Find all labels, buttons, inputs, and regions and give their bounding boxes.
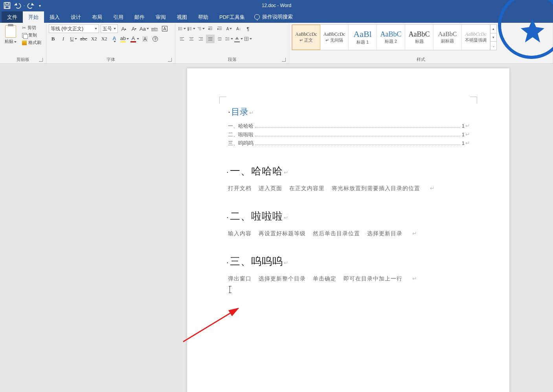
body-paragraph[interactable]: 输入内容再设置好标题等级然后单击目录位置选择更新目录 ↵: [228, 230, 470, 237]
body-paragraph[interactable]: 弹出窗口选择更新整个目录单击确定即可在目录中加上一行 ↵: [228, 275, 470, 282]
page[interactable]: ·目录↵ 一、哈哈哈1↵二、啦啦啦1↵三、呜呜呜1↵ ·一、哈哈哈↵打开文档进入…: [187, 68, 509, 392]
text-cursor-icon: [230, 286, 230, 293]
gallery-scroll-button[interactable]: ▴: [491, 25, 496, 33]
character-border-button[interactable]: A: [160, 24, 169, 33]
tab-help[interactable]: 帮助: [193, 11, 214, 23]
svg-rect-1: [6, 3, 9, 5]
line-spacing-button[interactable]: [225, 35, 233, 43]
bold-button[interactable]: B: [49, 35, 57, 43]
tab-home[interactable]: 开始: [23, 11, 44, 23]
sort-button[interactable]: A↓: [234, 24, 243, 33]
dialog-launcher-icon[interactable]: [39, 58, 43, 62]
font-name-combo[interactable]: 等线 (中文正文): [49, 24, 99, 33]
format-painter-button[interactable]: 格式刷: [20, 39, 43, 46]
toc-entry[interactable]: 三、呜呜呜1↵: [228, 140, 470, 147]
style-item-1[interactable]: AaBbCcDc↵ 无间隔: [320, 25, 349, 50]
body-paragraph[interactable]: 打开文档进入页面在正文内容里将光标放置到需要插入目录的位置 ↵: [228, 185, 470, 192]
dialog-launcher-icon[interactable]: [282, 58, 286, 62]
underline-button[interactable]: U: [69, 35, 78, 43]
align-right-button[interactable]: [197, 35, 205, 43]
change-case-button[interactable]: Aa: [140, 24, 149, 33]
tab-mailings[interactable]: 邮件: [129, 11, 150, 23]
style-item-0[interactable]: AaBbCcDc↵ 正文: [292, 25, 320, 50]
show-marks-button[interactable]: ¶: [244, 24, 252, 33]
align-center-button[interactable]: [187, 35, 196, 43]
font-size-combo[interactable]: 五号: [101, 24, 118, 33]
multilevel-list-button[interactable]: [197, 24, 205, 33]
style-item-5[interactable]: AaBbC副标题: [434, 25, 462, 50]
style-item-2[interactable]: AaBl标题 1: [349, 25, 377, 50]
character-shading-button[interactable]: A: [141, 35, 149, 43]
heading[interactable]: ·二、啦啦啦↵: [226, 209, 470, 223]
subscript-button[interactable]: X2: [90, 35, 98, 43]
margin-corner-icon: [219, 97, 226, 104]
save-icon[interactable]: [3, 2, 11, 9]
cut-button[interactable]: ✂剪切: [20, 24, 43, 31]
style-item-6[interactable]: AaBbCcDc不明显强调: [462, 25, 490, 50]
margin-corner-icon: [470, 97, 477, 104]
undo-icon[interactable]: [13, 2, 21, 9]
font-color-button[interactable]: A: [130, 35, 139, 43]
distribute-button[interactable]: [215, 35, 224, 43]
grow-font-button[interactable]: A▴: [119, 24, 128, 33]
tell-me-search[interactable]: 操作说明搜索: [250, 11, 297, 23]
brush-icon: [22, 40, 27, 45]
bullets-button[interactable]: [178, 24, 186, 33]
align-justify-button[interactable]: [206, 35, 215, 43]
styles-gallery: AaBbCcDc↵ 正文AaBbCcDc↵ 无间隔AaBl标题 1AaBbC标题…: [292, 24, 497, 50]
gallery-scroll-button[interactable]: ⌄: [491, 42, 496, 50]
text-effects-button[interactable]: A: [110, 35, 119, 43]
highlight-button[interactable]: ab: [120, 35, 129, 43]
toc-entry[interactable]: 一、哈哈哈1↵: [228, 123, 470, 130]
gallery-scroll-button[interactable]: ▾: [491, 33, 496, 42]
style-item-4[interactable]: AaBbC标题: [405, 25, 434, 50]
shrink-font-button[interactable]: A▾: [130, 24, 138, 33]
svg-text:3: 3: [188, 29, 189, 31]
group-styles-label: 样式: [417, 57, 425, 62]
strikethrough-button[interactable]: abc: [79, 35, 88, 43]
lightbulb-icon: [254, 14, 260, 20]
svg-point-5: [179, 28, 180, 29]
increase-indent-button[interactable]: [215, 24, 224, 33]
copy-button[interactable]: 复制: [20, 32, 43, 38]
document-canvas[interactable]: ·目录↵ 一、哈哈哈1↵二、啦啦啦1↵三、呜呜呜1↵ ·一、哈哈哈↵打开文档进入…: [0, 64, 553, 392]
paste-button[interactable]: 粘贴: [2, 24, 19, 45]
borders-button[interactable]: [244, 35, 252, 43]
dialog-launcher-icon[interactable]: [168, 58, 172, 62]
group-clipboard: 粘贴 ✂剪切 复制 格式刷 剪贴板: [0, 23, 46, 63]
group-font: 等线 (中文正文) 五号 A▴ A▾ Aa wén A B I U abc X2…: [46, 23, 175, 63]
italic-button[interactable]: I: [59, 35, 68, 43]
superscript-button[interactable]: X2: [100, 35, 108, 43]
svg-rect-2: [5, 6, 9, 8]
align-left-button[interactable]: [178, 35, 186, 43]
body-sections: ·一、哈哈哈↵打开文档进入页面在正文内容里将光标放置到需要插入目录的位置 ↵·二…: [226, 164, 470, 282]
quick-access-toolbar: · ▾: [0, 2, 44, 9]
toc-entry[interactable]: 二、啦啦啦1↵: [228, 131, 470, 138]
tab-review[interactable]: 审阅: [150, 11, 171, 23]
tab-pdf[interactable]: PDF工具集: [214, 11, 250, 23]
decrease-indent-button[interactable]: [206, 24, 215, 33]
ribbon: 粘贴 ✂剪切 复制 格式刷 剪贴板 等线 (中文正文) 五号 A▴ A▾ Aa …: [0, 23, 553, 64]
paste-label: 粘贴: [5, 39, 13, 44]
title-bar: · ▾ 12.doc - Word: [0, 0, 553, 11]
style-item-3[interactable]: AaBbC标题 2: [377, 25, 405, 50]
enclose-characters-button[interactable]: 字: [151, 35, 160, 43]
numbering-button[interactable]: 123: [187, 24, 196, 33]
clipboard-icon: [5, 25, 16, 38]
phonetic-guide-button[interactable]: wén: [150, 24, 159, 33]
heading[interactable]: ·一、哈哈哈↵: [226, 164, 470, 178]
tab-references[interactable]: 引用: [108, 11, 129, 23]
redo-icon[interactable]: [27, 2, 35, 9]
group-paragraph: 123 A A↓ ¶ 段落: [175, 23, 289, 63]
tab-layout[interactable]: 布局: [86, 11, 108, 23]
asian-layout-button[interactable]: A: [225, 24, 233, 33]
tab-file[interactable]: 文件: [2, 11, 23, 23]
tab-view[interactable]: 视图: [171, 11, 193, 23]
tab-insert[interactable]: 插入: [44, 11, 65, 23]
tell-me-label: 操作说明搜索: [262, 13, 293, 20]
scissors-icon: ✂: [22, 25, 26, 31]
heading[interactable]: ·三、呜呜呜↵: [226, 255, 470, 268]
tab-design[interactable]: 设计: [65, 11, 86, 23]
shading-button[interactable]: [234, 35, 243, 43]
svg-point-3: [179, 27, 180, 28]
